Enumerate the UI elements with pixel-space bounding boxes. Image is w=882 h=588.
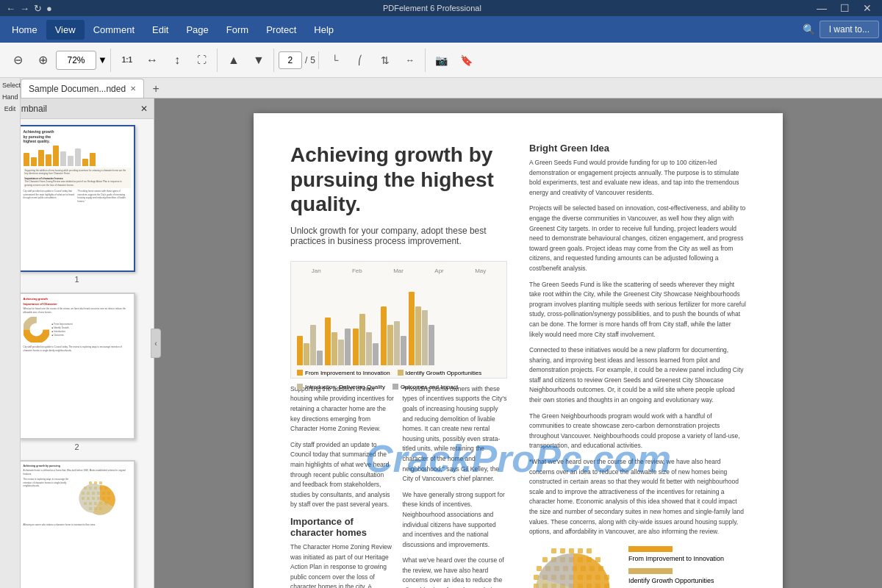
select-area-button[interactable]: ⎛ bbox=[348, 49, 372, 72]
search-icon: 🔍 bbox=[803, 24, 815, 35]
menu-right: 🔍 I want to... bbox=[803, 21, 879, 38]
chart-month-jan: Jan bbox=[312, 268, 321, 274]
legend-4: Outcomes and Impact bbox=[401, 384, 458, 390]
menu-protect[interactable]: Protect bbox=[257, 20, 305, 40]
thumbnail-page-1[interactable]: Achieving growthby pursuing thehighest q… bbox=[6, 125, 148, 284]
zoom-input[interactable] bbox=[56, 51, 96, 70]
prev-page-button[interactable]: ▲ bbox=[222, 49, 245, 72]
page-title: Achieving growth by pursuing the highest… bbox=[290, 143, 507, 217]
fit-height-button[interactable]: ↕ bbox=[165, 49, 189, 72]
chart-month-feb: Feb bbox=[352, 268, 362, 274]
crop-button[interactable]: └ bbox=[323, 49, 347, 72]
body-text-1: Supporting the addition of new housing w… bbox=[290, 384, 395, 434]
tab-close-button[interactable]: ✕ bbox=[130, 85, 136, 93]
right-text-col: "Providing home owners with these types … bbox=[403, 384, 508, 588]
svg-point-2 bbox=[32, 326, 40, 334]
right-body-4: *What we've heard over the course of the… bbox=[529, 457, 746, 537]
chart-month-mar: Mar bbox=[393, 268, 404, 274]
page-nav: / 5 bbox=[276, 51, 319, 69]
thumbnail-header: Thumbnail ✕ bbox=[0, 98, 154, 119]
maximize-btn[interactable]: ☐ bbox=[836, 1, 854, 15]
left-text-col: Supporting the addition of new housing w… bbox=[290, 384, 395, 588]
nav-group: ▲ ▼ bbox=[219, 49, 274, 72]
thumbnail-img-3: Achieving growth by pursuing A character… bbox=[19, 460, 135, 588]
page-1: CrackProPc.com Achieving growth by pursu… bbox=[254, 113, 783, 588]
hand-tool[interactable]: Hand bbox=[1, 93, 18, 103]
thumbnail-img-2: Achieving growth Importance of Character… bbox=[19, 293, 135, 440]
page-navigation: / 5 bbox=[279, 51, 315, 69]
snapshot-button[interactable]: 📷 bbox=[430, 49, 453, 72]
search-label: I want to... bbox=[829, 24, 870, 35]
rotate-button[interactable]: ⇅ bbox=[373, 49, 397, 72]
menu-comment[interactable]: Comment bbox=[85, 20, 143, 40]
page-1-num: 1 bbox=[74, 275, 79, 284]
right-body-3: The Green Neighbourhoods program would w… bbox=[529, 412, 746, 451]
legend-1: From Improvement to Innovation bbox=[305, 370, 390, 376]
thumbnail-close-icon[interactable]: ✕ bbox=[140, 104, 148, 114]
menu-page[interactable]: Page bbox=[177, 20, 217, 40]
page-number-input[interactable] bbox=[279, 51, 302, 69]
new-tab-button[interactable]: + bbox=[147, 80, 165, 98]
menu-help[interactable]: Help bbox=[305, 20, 343, 40]
thumbnail-page-2[interactable]: Achieving growth Importance of Character… bbox=[6, 293, 148, 451]
body-text-2: City staff provided an update to Council… bbox=[290, 440, 395, 510]
thumbnail-list[interactable]: Achieving growthby pursuing thehighest q… bbox=[0, 119, 154, 588]
left-tools: Select Hand Edit bbox=[0, 78, 21, 588]
svg-rect-35 bbox=[587, 548, 592, 553]
document-viewer[interactable]: CrackProPc.com Achieving growth by pursu… bbox=[154, 98, 882, 588]
chart-month-may: May bbox=[475, 268, 486, 274]
main-area: Thumbnail ✕ Achieving growthby pursuing … bbox=[0, 98, 882, 588]
svg-rect-34 bbox=[578, 548, 583, 553]
bright-green-heading: Bright Green Idea bbox=[529, 143, 746, 154]
minimize-btn[interactable]: — bbox=[812, 1, 831, 15]
pie-legend-2: Identify Growth Opportunities bbox=[628, 577, 714, 584]
svg-rect-5 bbox=[99, 481, 102, 484]
titlebar: ←→↻● PDFelement 6 Professional — ☐ ✕ bbox=[0, 0, 882, 16]
toolbar: ⊖ ⊕ ▼ 1:1 ↔ ↕ ⛶ ▲ ▼ / 5 └ ⎛ ⇅ ↔ 📷 🔖 bbox=[0, 43, 882, 78]
search-button[interactable]: I want to... bbox=[820, 21, 879, 38]
close-btn[interactable]: ✕ bbox=[858, 1, 876, 15]
menu-edit[interactable]: Edit bbox=[143, 20, 177, 40]
panel-collapse-handle[interactable]: ‹ bbox=[151, 329, 161, 358]
page-2-num: 2 bbox=[74, 442, 79, 451]
bar-chart bbox=[297, 277, 501, 365]
zoom-in-button[interactable]: ⊕ bbox=[31, 49, 54, 72]
svg-rect-33 bbox=[569, 548, 574, 553]
thumbnail-page-3[interactable]: Achieving growth by pursuing A character… bbox=[6, 460, 148, 588]
right-body-2: Connected to these initiatives would be … bbox=[529, 345, 746, 406]
menu-home[interactable]: Home bbox=[3, 20, 46, 40]
menubar: Home View Comment Edit Page Form Protect… bbox=[0, 16, 882, 43]
page-total: 5 bbox=[310, 55, 315, 65]
tab-filename: Sample Documen...nded bbox=[29, 84, 126, 94]
svg-rect-32 bbox=[560, 548, 565, 553]
app-title: PDFelement 6 Professional bbox=[383, 4, 481, 12]
full-screen-button[interactable]: ⛶ bbox=[190, 49, 214, 72]
page-subtitle: Unlock growth for your company, adopt th… bbox=[290, 226, 507, 246]
thumbnail-panel: Thumbnail ✕ Achieving growthby pursuing … bbox=[0, 98, 154, 588]
fit-width-button[interactable]: ↔ bbox=[140, 49, 164, 72]
tabbar: Sample Documen...nded ✕ + bbox=[0, 78, 882, 98]
view-mode-group: 1:1 ↔ ↕ ⛶ bbox=[112, 49, 218, 72]
menu-view[interactable]: View bbox=[46, 20, 85, 40]
svg-rect-43 bbox=[537, 566, 542, 571]
bookmark-button[interactable]: 🔖 bbox=[455, 49, 478, 72]
compare-button[interactable]: ↔ bbox=[398, 49, 422, 72]
zoom-control: ▼ bbox=[56, 51, 107, 70]
window-controls: — ☐ ✕ bbox=[812, 1, 876, 15]
bar-chart-area: Jan Feb Mar Apr May bbox=[290, 261, 507, 379]
pie-legend: From Improvement to Innovation Identify … bbox=[628, 546, 724, 588]
body-text-3: The Character Home Zoning Review was ini… bbox=[290, 542, 395, 588]
document-tab[interactable]: Sample Documen...nded ✕ bbox=[21, 79, 144, 98]
svg-rect-31 bbox=[551, 548, 556, 553]
fit-actual-button[interactable]: 1:1 bbox=[115, 49, 139, 72]
select-tool[interactable]: Select bbox=[1, 81, 18, 91]
bright-green-text1: A Green Seeds Fund would provide funding… bbox=[529, 158, 746, 198]
page-left-col: Achieving growth by pursuing the highest… bbox=[290, 143, 507, 588]
zoom-dropdown-icon[interactable]: ▼ bbox=[98, 54, 107, 65]
edit-tool[interactable]: Edit bbox=[1, 104, 18, 115]
next-page-button[interactable]: ▼ bbox=[247, 49, 270, 72]
chart-legend: From Improvement to Innovation Identify … bbox=[297, 370, 501, 390]
svg-rect-36 bbox=[542, 557, 548, 562]
zoom-out-button[interactable]: ⊖ bbox=[6, 49, 29, 72]
menu-form[interactable]: Form bbox=[218, 20, 257, 40]
